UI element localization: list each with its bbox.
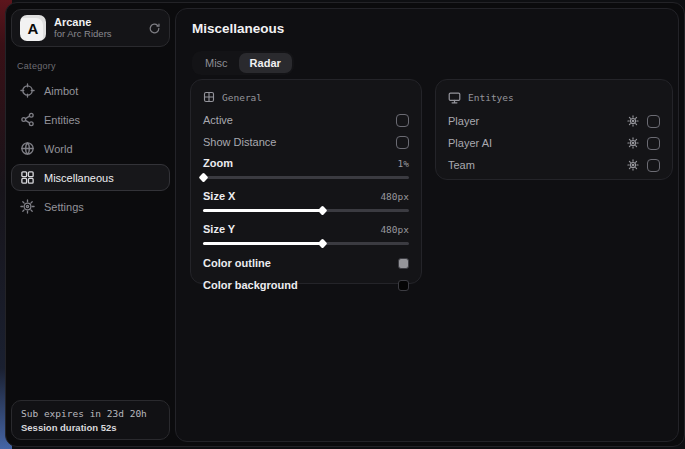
main-panel: Miscellaneous Misc Radar General Active (175, 8, 679, 442)
tab-misc[interactable]: Misc (194, 53, 239, 73)
player-checkbox[interactable] (647, 115, 660, 128)
color-background-swatch[interactable] (398, 280, 409, 291)
grid-2x2-icon (203, 91, 215, 103)
sidebar: A Arcane for Arc Riders Category (6, 3, 175, 446)
setting-label: Active (203, 114, 233, 126)
show-distance-checkbox[interactable] (396, 136, 409, 149)
entity-label: Player AI (448, 137, 492, 149)
app-logo: A (20, 15, 46, 41)
setting-label: Zoom (203, 157, 233, 169)
setting-row-active: Active (203, 109, 409, 131)
entities-card-header: Entityes (448, 91, 660, 104)
page-title: Miscellaneous (192, 21, 284, 36)
sidebar-item-label: World (44, 143, 73, 155)
entity-row-team: Team (448, 154, 660, 176)
entities-rows: Player Player AI (448, 110, 660, 176)
gear-icon[interactable] (627, 137, 639, 149)
zoom-value: 1% (398, 158, 409, 169)
slider-thumb[interactable] (318, 239, 328, 249)
slider-fill (203, 209, 322, 212)
grid-icon (20, 170, 35, 185)
gear-icon (20, 199, 35, 214)
session-duration-text: Session duration 52s (21, 422, 160, 433)
sidebar-item-aimbot[interactable]: Aimbot (11, 77, 170, 104)
sidebar-footer: Sub expires in 23d 20h Session duration … (11, 400, 170, 440)
sync-icon[interactable] (148, 22, 161, 35)
entities-card: Entityes Player (435, 79, 673, 180)
network-nodes-icon (20, 112, 35, 127)
slider-track (203, 242, 409, 245)
setting-row-size-y: Size Y 480px (203, 219, 409, 248)
slider-thumb[interactable] (199, 173, 209, 183)
app-window: A Arcane for Arc Riders Category (5, 2, 685, 447)
crosshair-icon (20, 83, 35, 98)
size-y-value: 480px (380, 224, 409, 235)
team-checkbox[interactable] (647, 159, 660, 172)
sidebar-item-label: Settings (44, 201, 84, 213)
setting-label: Size Y (203, 223, 235, 235)
sidebar-item-world[interactable]: World (11, 135, 170, 162)
setting-row-show-distance: Show Distance (203, 131, 409, 153)
size-x-value: 480px (380, 191, 409, 202)
sidebar-item-entities[interactable]: Entities (11, 106, 170, 133)
sidebar-item-miscellaneous[interactable]: Miscellaneous (11, 164, 170, 191)
setting-row-size-x: Size X 480px (203, 186, 409, 215)
brand-text: Arcane for Arc Riders (54, 16, 140, 40)
entity-label: Player (448, 115, 479, 127)
sidebar-nav: Aimbot Entities (11, 77, 170, 220)
sidebar-item-settings[interactable]: Settings (11, 193, 170, 220)
setting-row-color-outline: Color outline (203, 252, 409, 274)
category-label: Category (17, 61, 170, 71)
color-outline-swatch[interactable] (398, 258, 409, 269)
sidebar-item-label: Miscellaneous (44, 172, 114, 184)
general-card-title: General (222, 92, 262, 103)
size-x-slider[interactable] (203, 206, 409, 215)
entity-label: Team (448, 159, 475, 171)
sidebar-item-label: Entities (44, 114, 80, 126)
entity-row-player: Player (448, 110, 660, 132)
general-card: General Active Show Distance Zoom 1% (190, 79, 422, 284)
app-subtitle: for Arc Riders (54, 29, 140, 40)
tab-radar[interactable]: Radar (239, 53, 292, 73)
tab-bar: Misc Radar (192, 51, 294, 75)
desktop-background: A Arcane for Arc Riders Category (0, 0, 685, 449)
entities-card-title: Entityes (468, 92, 514, 103)
sidebar-item-label: Aimbot (44, 85, 78, 97)
setting-label: Color background (203, 279, 298, 291)
slider-track (203, 176, 409, 179)
setting-row-color-background: Color background (203, 274, 409, 296)
general-card-header: General (203, 91, 409, 103)
app-name: Arcane (54, 16, 140, 29)
monitor-icon (448, 91, 461, 104)
setting-label: Show Distance (203, 136, 276, 148)
gear-icon[interactable] (627, 159, 639, 171)
globe-icon (20, 141, 35, 156)
slider-fill (203, 242, 322, 245)
entity-row-player-ai: Player AI (448, 132, 660, 154)
sub-expires-text: Sub expires in 23d 20h (21, 408, 160, 419)
setting-label: Size X (203, 190, 235, 202)
setting-label: Color outline (203, 257, 271, 269)
zoom-slider[interactable] (203, 173, 409, 182)
brand-card: A Arcane for Arc Riders (11, 9, 170, 47)
slider-thumb[interactable] (318, 206, 328, 216)
slider-track (203, 209, 409, 212)
setting-row-zoom: Zoom 1% (203, 153, 409, 182)
subscription-card: Sub expires in 23d 20h Session duration … (11, 400, 170, 440)
player-ai-checkbox[interactable] (647, 137, 660, 150)
gear-icon[interactable] (627, 115, 639, 127)
size-y-slider[interactable] (203, 239, 409, 248)
active-checkbox[interactable] (396, 114, 409, 127)
